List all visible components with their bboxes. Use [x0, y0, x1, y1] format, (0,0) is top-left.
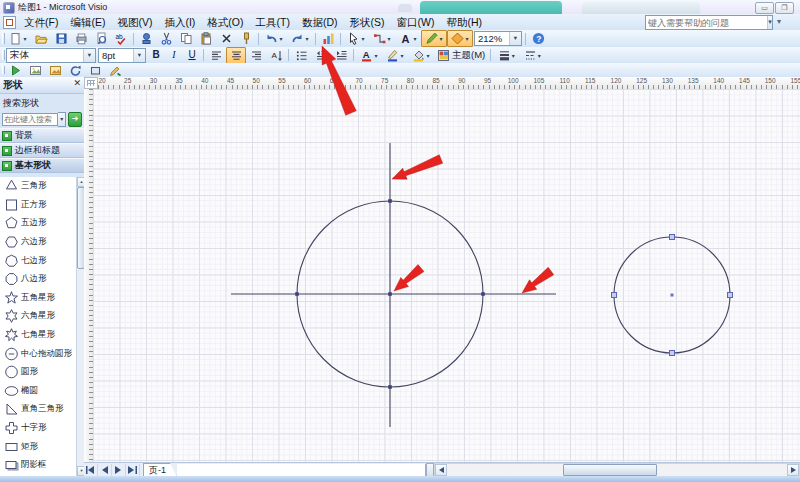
paste-button[interactable] [196, 30, 216, 47]
rotate-button[interactable] [65, 62, 85, 79]
connection-point[interactable] [388, 199, 392, 203]
connection-point[interactable] [295, 292, 299, 296]
stencil-bar[interactable]: 边框和标题 [0, 143, 84, 158]
menu-item[interactable]: 文件(F) [18, 14, 64, 30]
zoom-combo[interactable]: 212% ▾ [474, 31, 522, 46]
ink-tool-button[interactable] [105, 62, 125, 79]
align-center-button[interactable] [226, 47, 246, 64]
menu-item[interactable]: 帮助(H) [440, 14, 488, 30]
menu-item[interactable]: 工具(T) [250, 14, 296, 30]
menu-item[interactable]: 视图(V) [111, 14, 158, 30]
shape-list-item[interactable]: 阴影框 [0, 456, 84, 475]
connection-point[interactable] [388, 385, 392, 389]
scrollbar-thumb[interactable] [77, 187, 84, 269]
chevron-down-icon[interactable]: ▾ [767, 16, 772, 29]
preview-button[interactable] [91, 30, 111, 47]
pencil-button[interactable]: ▾ [421, 30, 447, 47]
print-button[interactable] [71, 30, 91, 47]
clip-art-button[interactable] [45, 62, 65, 79]
copy-button[interactable] [176, 30, 196, 47]
underline-button[interactable]: U [183, 47, 201, 63]
xdel-button[interactable] [216, 30, 236, 47]
menu-item[interactable]: 窗口(W) [391, 14, 441, 30]
shape-list-item[interactable]: 矩形 [0, 437, 84, 456]
align-left-button[interactable] [206, 47, 226, 64]
chevron-down-icon[interactable]: ▾ [83, 49, 95, 62]
undo-button[interactable]: ▾ [261, 30, 287, 47]
shape-list-item[interactable]: 五角星形 [0, 289, 84, 308]
selection-handle[interactable] [670, 351, 675, 356]
shape-list-item[interactable]: 中心拖动圆形 [0, 344, 84, 363]
shape-list-item[interactable]: 六边形 [0, 233, 84, 252]
decrease-indent-button[interactable] [311, 47, 331, 64]
help-search-input[interactable] [646, 16, 767, 29]
shape-list-item[interactable]: 七角星形 [0, 326, 84, 345]
vertical-text-button[interactable]: A [266, 47, 286, 64]
scroll-down-icon[interactable]: ▼ [77, 466, 84, 476]
font-name-combo[interactable]: 宋体▾ [6, 48, 96, 63]
minimize-button[interactable]: ▭ [755, 2, 774, 14]
page-tab[interactable]: 页-1 [143, 463, 177, 477]
save-button[interactable] [51, 30, 71, 47]
next-page-button[interactable] [112, 464, 126, 476]
restore-button[interactable]: ❐ [775, 2, 794, 14]
painter-button[interactable] [236, 30, 256, 47]
stencil-bar[interactable]: 背景 [0, 128, 84, 143]
spell-button[interactable]: ab [111, 30, 131, 47]
scroll-up-icon[interactable]: ▲ [77, 177, 84, 187]
last-page-button[interactable] [126, 464, 140, 476]
search-go-button[interactable]: ➜ [68, 112, 82, 127]
textA-button[interactable]: A▾ [395, 30, 421, 47]
chevron-down-icon[interactable]: ▾ [133, 49, 145, 62]
scrollbar-thumb[interactable] [563, 464, 657, 476]
shape-list-item[interactable]: 椭圆 [0, 382, 84, 401]
italic-button[interactable]: I [165, 47, 183, 63]
align-right-button[interactable] [246, 47, 266, 64]
stamp-button[interactable] [136, 30, 156, 47]
chart-button[interactable] [318, 30, 338, 47]
run-button[interactable] [5, 62, 25, 79]
scroll-left-icon[interactable] [435, 464, 447, 476]
line-pattern-button[interactable]: ▾ [519, 47, 545, 64]
theme-button[interactable]: 主题(M) [434, 49, 488, 62]
shape-list-item[interactable]: 正方形 [0, 196, 84, 215]
shape-list-item[interactable]: 六角星形 [0, 307, 84, 326]
line-weight-button[interactable]: ▾ [493, 47, 519, 64]
help-button[interactable]: ? [528, 30, 548, 47]
shape-list-item[interactable]: 八边形 [0, 270, 84, 289]
scrollbar-splitter[interactable] [426, 463, 434, 477]
increase-indent-button[interactable] [331, 47, 351, 64]
connection-point[interactable] [388, 292, 392, 296]
previous-page-button[interactable] [98, 464, 112, 476]
line-color-button[interactable]: ▾ [382, 47, 408, 64]
shape-list-item[interactable]: 直角三角形 [0, 400, 84, 419]
redo-button[interactable]: ▾ [287, 30, 313, 47]
horizontal-scrollbar[interactable] [434, 463, 800, 477]
font-size-combo[interactable]: 8pt▾ [98, 48, 146, 63]
selection-handle[interactable] [612, 293, 617, 298]
cut-button[interactable] [156, 30, 176, 47]
first-page-button[interactable] [84, 464, 98, 476]
menu-item[interactable]: 格式(O) [201, 14, 249, 30]
bold-button[interactable]: B [147, 47, 165, 63]
shape-list-item[interactable]: 圆形 [0, 363, 84, 382]
selection-handle[interactable] [670, 235, 675, 240]
menu-item[interactable]: 编辑(E) [64, 14, 111, 30]
center-point-handle[interactable] [671, 294, 674, 297]
shape-list-item[interactable]: 十字形 [0, 419, 84, 438]
toolbar-options-button[interactable]: ▾ [777, 17, 781, 26]
shape-list-item[interactable]: 七边形 [0, 251, 84, 270]
bullets-button[interactable] [291, 47, 311, 64]
close-icon[interactable]: ✕ [73, 78, 81, 88]
shape-search-input[interactable] [2, 113, 58, 126]
open-button[interactable] [31, 30, 51, 47]
chevron-down-icon[interactable]: ▾ [509, 32, 521, 45]
help-search-box[interactable]: ▾ [645, 15, 773, 30]
selection-handle[interactable] [728, 293, 733, 298]
connector-button[interactable]: ▾ [369, 30, 395, 47]
menu-item[interactable]: 插入(I) [158, 14, 201, 30]
insert-picture-button[interactable] [25, 62, 45, 79]
font-color-button[interactable]: A▾ [356, 47, 382, 64]
shape-list-item[interactable]: 三角形 [0, 177, 84, 196]
fill-color-button[interactable]: ▾ [408, 47, 434, 64]
